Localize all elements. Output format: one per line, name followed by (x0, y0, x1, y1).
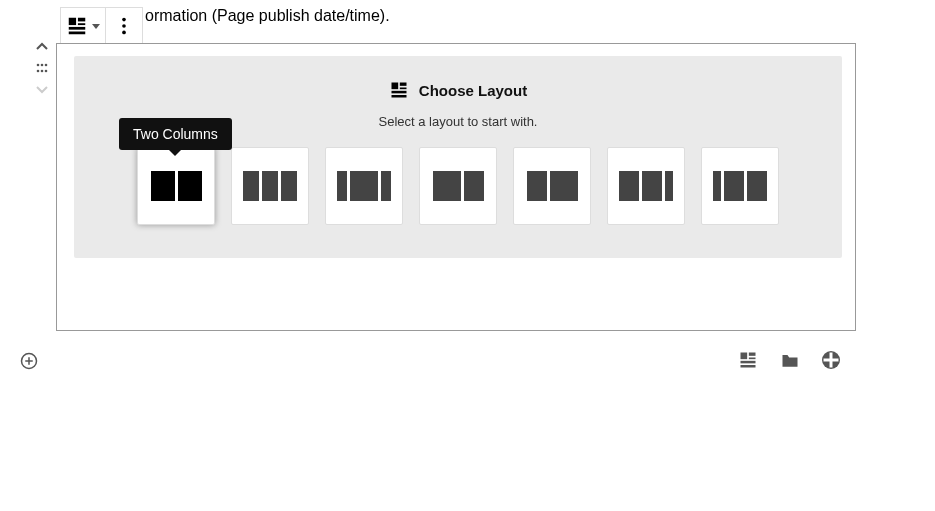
layout-preview-icon (433, 171, 484, 201)
svg-point-13 (45, 70, 48, 73)
layout-option-right-wide[interactable] (513, 147, 591, 225)
block-toolbar (60, 7, 143, 45)
svg-rect-1 (78, 18, 85, 22)
layout-tooltip: Two Columns (119, 118, 232, 150)
insert-saved-button[interactable] (780, 350, 800, 370)
svg-rect-14 (391, 83, 398, 90)
svg-rect-16 (400, 88, 407, 90)
layout-preview-icon (619, 171, 673, 201)
layout-preview-icon (243, 171, 297, 201)
layout-option-left-wide[interactable] (419, 147, 497, 225)
move-down-button[interactable] (36, 84, 48, 96)
svg-rect-4 (69, 32, 86, 35)
folder-icon (780, 350, 800, 370)
svg-rect-24 (749, 358, 756, 360)
svg-rect-25 (741, 361, 756, 364)
more-vertical-icon (113, 15, 135, 37)
svg-rect-2 (78, 23, 85, 25)
svg-rect-23 (749, 353, 756, 356)
layout-option-narrow-plus-two[interactable] (701, 147, 779, 225)
layout-icon (389, 80, 409, 100)
layout-options-row (74, 147, 842, 225)
layout-preview-icon (713, 171, 767, 201)
svg-point-6 (122, 24, 126, 28)
svg-rect-3 (69, 27, 86, 30)
block-side-controls (36, 40, 48, 96)
svg-point-8 (37, 64, 40, 67)
svg-rect-0 (69, 18, 76, 25)
layout-preview-icon (337, 171, 391, 201)
layout-icon (738, 350, 758, 370)
insert-layout-button[interactable] (738, 350, 758, 370)
layout-icon (66, 15, 88, 37)
svg-point-10 (45, 64, 48, 67)
layout-option-two-plus-narrow[interactable] (607, 147, 685, 225)
drag-handle[interactable] (36, 62, 48, 74)
canvas-footer-actions (738, 350, 840, 370)
svg-rect-15 (400, 83, 407, 86)
page-body-text-fragment: ormation (Page publish date/time). (145, 7, 390, 25)
move-up-button[interactable] (36, 40, 48, 52)
layout-chooser-panel: Choose Layout Select a layout to start w… (74, 56, 842, 258)
svg-rect-17 (391, 91, 406, 94)
block-more-button[interactable] (106, 8, 142, 44)
chevron-down-icon (92, 24, 100, 29)
svg-point-9 (41, 64, 44, 67)
svg-point-12 (41, 70, 44, 73)
layout-preview-icon (527, 171, 578, 201)
block-type-button[interactable] (61, 8, 106, 44)
plus-circle-icon (20, 352, 38, 370)
layout-option-wide-center[interactable] (325, 147, 403, 225)
layout-option-three-columns[interactable] (231, 147, 309, 225)
svg-rect-22 (741, 353, 748, 360)
svg-rect-18 (391, 95, 406, 98)
svg-point-5 (122, 18, 126, 22)
svg-point-7 (122, 31, 126, 35)
layout-chooser-title: Choose Layout (419, 82, 527, 99)
add-block-button[interactable] (20, 352, 38, 374)
svg-point-11 (37, 70, 40, 73)
insert-block-button[interactable] (822, 351, 840, 369)
svg-rect-26 (741, 365, 756, 368)
layout-preview-icon (151, 171, 202, 201)
plus-circle-filled-icon (822, 351, 840, 369)
layout-option-two-columns[interactable] (137, 147, 215, 225)
